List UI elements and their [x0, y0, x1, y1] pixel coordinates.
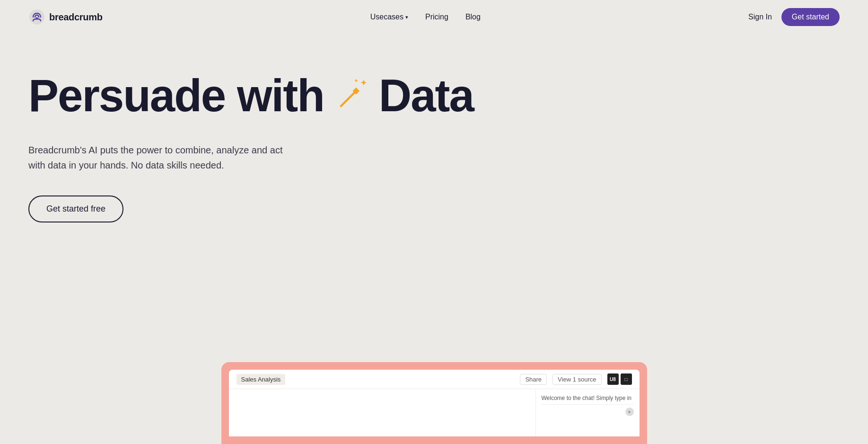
app-window-salmon-frame: Sales Analysis Share View 1 source U8 □	[221, 362, 647, 444]
app-topbar: Sales Analysis Share View 1 source U8 □	[229, 370, 640, 389]
hero-section: Persuade with Data Breadcrumb's AI puts …	[0, 34, 868, 222]
app-main-area	[229, 389, 535, 436]
pricing-nav-link[interactable]: Pricing	[425, 13, 448, 21]
svg-line-2	[341, 92, 356, 107]
app-icon-blocks: U8 □	[607, 373, 632, 385]
app-chat-panel: Welcome to the chat! Simply type in ×	[535, 389, 640, 436]
navbar: breadcrumb Usecases ▾ Pricing Blog Sign …	[0, 0, 868, 34]
magic-wand-icon	[333, 77, 370, 115]
app-content: Welcome to the chat! Simply type in ×	[229, 389, 640, 436]
hero-headline-part1: Persuade with	[28, 72, 324, 120]
app-view-source-button[interactable]: View 1 source	[552, 374, 601, 385]
app-icon-block-1-label: U8	[610, 377, 616, 382]
blog-nav-link[interactable]: Blog	[465, 13, 481, 21]
blog-label: Blog	[465, 13, 481, 21]
get-started-free-button[interactable]: Get started free	[28, 195, 123, 222]
app-icon-block-2[interactable]: □	[621, 373, 632, 385]
app-icon-block-1[interactable]: U8	[607, 373, 619, 385]
hero-cta: Get started free	[28, 195, 840, 222]
app-chat-input-row: ×	[542, 404, 634, 416]
navbar-right: Sign In Get started	[748, 8, 840, 26]
app-window-inner: Sales Analysis Share View 1 source U8 □	[229, 370, 640, 436]
pricing-label: Pricing	[425, 13, 448, 21]
svg-point-0	[29, 9, 44, 25]
usecases-chevron-icon: ▾	[405, 14, 408, 20]
usecases-label: Usecases	[370, 13, 403, 21]
hero-subtext: Breadcrumb's AI puts the power to combin…	[28, 142, 293, 173]
app-topbar-right: Share View 1 source U8 □	[520, 373, 631, 385]
hero-headline-part2: Data	[379, 72, 473, 120]
app-preview-section: Sales Analysis Share View 1 source U8 □	[221, 362, 647, 444]
get-started-nav-button[interactable]: Get started	[781, 8, 840, 26]
app-chat-close-button[interactable]: ×	[625, 408, 634, 416]
breadcrumb-logo-icon	[28, 9, 45, 26]
navbar-left: breadcrumb	[28, 9, 103, 26]
logo-link[interactable]: breadcrumb	[28, 9, 103, 26]
app-share-button[interactable]: Share	[520, 374, 547, 385]
app-tab-sales-analysis[interactable]: Sales Analysis	[237, 374, 286, 385]
sign-in-button[interactable]: Sign In	[748, 13, 772, 21]
app-icon-block-2-label: □	[624, 377, 627, 382]
logo-text: breadcrumb	[49, 12, 103, 23]
usecases-nav-link[interactable]: Usecases ▾	[370, 13, 408, 21]
navbar-center: Usecases ▾ Pricing Blog	[370, 13, 481, 21]
app-chat-title: Welcome to the chat! Simply type in	[542, 395, 634, 401]
hero-headline: Persuade with Data	[28, 72, 840, 120]
magic-icon-wrapper	[333, 77, 370, 115]
